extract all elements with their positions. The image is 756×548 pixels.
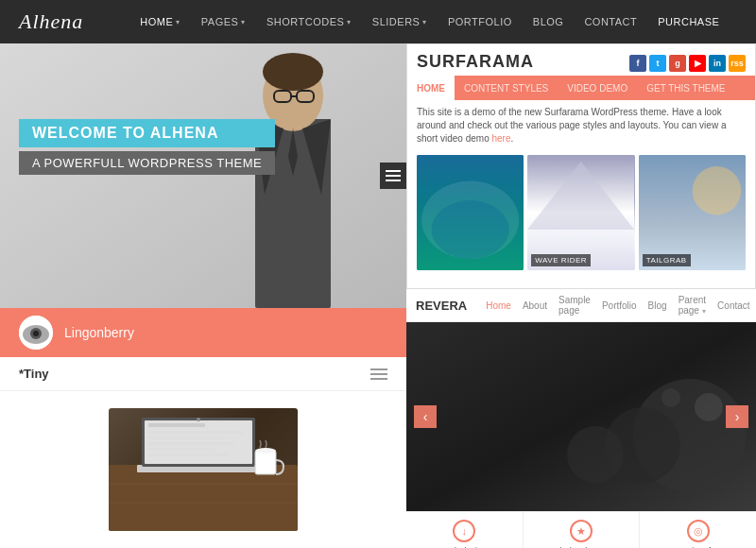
revera-next-button[interactable]: › xyxy=(726,405,748,428)
tiny-menu-icon[interactable] xyxy=(370,368,387,380)
tiny-bar-3 xyxy=(370,378,387,380)
nav-items: HOME ▾ PAGES ▾ SHORTCODES ▾ SLIDERS ▾ PO… xyxy=(140,16,719,27)
revera-title: REVERA xyxy=(416,299,467,313)
surf-nav-gettheme[interactable]: GET THIS THEME xyxy=(637,76,734,100)
rev-nav-home[interactable]: Home xyxy=(486,300,511,311)
chevron-down-icon: ▾ xyxy=(422,18,427,26)
welcome-text-box: WELCOME TO ALHENA A POWERFULL WORDPRESS … xyxy=(19,119,275,175)
rev-nav-contact[interactable]: Contact xyxy=(717,300,749,311)
ocean-svg xyxy=(417,155,524,270)
svg-point-31 xyxy=(431,200,508,259)
site-logo[interactable]: Alhena xyxy=(19,9,83,34)
svg-rect-23 xyxy=(148,442,233,445)
twitter-button[interactable]: t xyxy=(649,55,666,72)
surfarama-images: WAVE RIDER TAILGR xyxy=(407,151,755,274)
svg-rect-25 xyxy=(148,454,229,456)
chevron-down-icon: ▾ xyxy=(176,18,180,26)
svg-rect-21 xyxy=(148,431,243,434)
right-panel: SURFARAMA f t g ▶ in rss HOME CONTENT ST… xyxy=(406,43,756,548)
svg-point-26 xyxy=(197,418,200,421)
youtube-button[interactable]: ▶ xyxy=(689,55,706,72)
welcome-subheadline: A POWERFULL WORDPRESS THEME xyxy=(19,151,275,175)
snow-svg xyxy=(527,155,634,270)
chevron-down-icon: ▾ xyxy=(241,18,246,26)
hero-section: WELCOME TO ALHENA A POWERFULL WORDPRESS … xyxy=(0,43,406,308)
webdev-icon: ★ xyxy=(570,520,593,542)
svg-rect-24 xyxy=(148,448,215,451)
rss-button[interactable]: rss xyxy=(729,55,746,72)
menu-bar-3 xyxy=(386,180,401,181)
ui-icon: ◎ xyxy=(687,520,710,542)
surf-image-ocean xyxy=(417,155,524,270)
nav-item-sliders[interactable]: SLIDERS ▾ xyxy=(372,16,427,27)
surfarama-header: SURFARAMA f t g ▶ in rss xyxy=(407,44,755,76)
beach-svg xyxy=(639,155,746,270)
hero-bg-svg xyxy=(0,43,406,308)
author-name: Lingonberry xyxy=(64,325,134,340)
avatar-svg xyxy=(19,316,53,350)
wave-rider-badge: WAVE RIDER xyxy=(531,254,591,266)
revera-nav: REVERA Home About Sample page Portfolio … xyxy=(406,289,756,322)
revera-prev-button[interactable]: ‹ xyxy=(414,405,437,428)
footer-item-webdesign: ↓ Web design xyxy=(406,512,524,548)
svg-point-3 xyxy=(263,53,323,91)
tiny-logo: *Tiny xyxy=(19,367,49,381)
nav-item-pages[interactable]: PAGES ▾ xyxy=(201,16,246,27)
svg-rect-22 xyxy=(148,437,224,439)
svg-point-40 xyxy=(695,393,723,421)
linkedin-button[interactable]: in xyxy=(709,55,726,72)
nav-item-blog[interactable]: BLOG xyxy=(533,16,564,27)
main-content: WELCOME TO ALHENA A POWERFULL WORDPRESS … xyxy=(0,43,756,548)
rev-nav-about[interactable]: About xyxy=(523,300,547,311)
surf-nav-home[interactable]: HOME xyxy=(407,76,455,100)
tiny-section-header: *Tiny xyxy=(0,357,406,391)
nav-item-purchase[interactable]: PURCHASE xyxy=(658,16,719,27)
rev-nav-sample[interactable]: Sample page xyxy=(558,295,591,316)
svg-point-35 xyxy=(692,166,741,215)
rev-nav-parent[interactable]: Parent page ▾ xyxy=(679,295,706,316)
facebook-button[interactable]: f xyxy=(629,55,646,72)
svg-point-39 xyxy=(567,426,624,483)
svg-point-13 xyxy=(33,331,39,336)
revera-hero-bg xyxy=(406,322,756,511)
top-navigation: Alhena HOME ▾ PAGES ▾ SHORTCODES ▾ SLIDE… xyxy=(0,0,756,43)
svg-rect-0 xyxy=(0,43,406,308)
surf-nav-content[interactable]: CONTENT STYLES xyxy=(455,76,558,100)
nav-item-shortcodes[interactable]: SHORTCODES ▾ xyxy=(266,16,352,27)
tiny-bar-2 xyxy=(370,373,387,375)
revera-footer: ↓ Web design ★ Web development ◎ User in… xyxy=(406,511,756,548)
surf-image-beach: TAILGRAB xyxy=(639,155,746,270)
surfarama-social: f t g ▶ in rss xyxy=(629,55,746,72)
avatar xyxy=(19,316,53,350)
hero-background: WELCOME TO ALHENA A POWERFULL WORDPRESS … xyxy=(0,43,406,308)
chevron-down-icon: ▾ xyxy=(702,307,706,316)
left-panel: WELCOME TO ALHENA A POWERFULL WORDPRESS … xyxy=(0,43,406,548)
surfarama-nav: HOME CONTENT STYLES VIDEO DEMO GET THIS … xyxy=(407,76,755,100)
nav-item-contact[interactable]: CONTACT xyxy=(584,16,637,27)
nav-item-portfolio[interactable]: PORTFOLIO xyxy=(448,16,512,27)
footer-item-webdev: ★ Web development xyxy=(524,512,641,548)
svg-point-41 xyxy=(662,388,680,407)
footer-item-ui: ◎ User interface xyxy=(640,512,756,548)
webdesign-icon: ↓ xyxy=(453,520,475,542)
surf-nav-video[interactable]: VIDEO DEMO xyxy=(558,76,637,100)
welcome-headline: WELCOME TO ALHENA xyxy=(19,119,275,147)
laptop-svg xyxy=(109,408,298,531)
svg-rect-27 xyxy=(255,451,276,474)
surfarama-description: This site is a demo of the new Surfarama… xyxy=(407,100,755,151)
tiny-bar-1 xyxy=(370,368,387,370)
author-strip: Lingonberry xyxy=(0,308,406,357)
surfarama-link[interactable]: here xyxy=(492,133,511,144)
menu-icon[interactable] xyxy=(380,163,406,189)
laptop-section xyxy=(0,391,406,548)
tailgrab-badge: TAILGRAB xyxy=(643,254,691,266)
menu-bar-2 xyxy=(386,175,401,177)
surf-image-snow: WAVE RIDER xyxy=(527,155,634,270)
revera-hero: FUSCE SCELERISQUE NIBH AC NISL LUCTUS IN… xyxy=(406,322,756,511)
laptop-image xyxy=(109,408,298,531)
chevron-down-icon: ▾ xyxy=(347,18,352,26)
googleplus-button[interactable]: g xyxy=(669,55,686,72)
rev-nav-portfolio[interactable]: Portfolio xyxy=(602,300,637,311)
rev-nav-blog[interactable]: Blog xyxy=(648,300,667,311)
nav-item-home[interactable]: HOME ▾ xyxy=(140,16,180,27)
